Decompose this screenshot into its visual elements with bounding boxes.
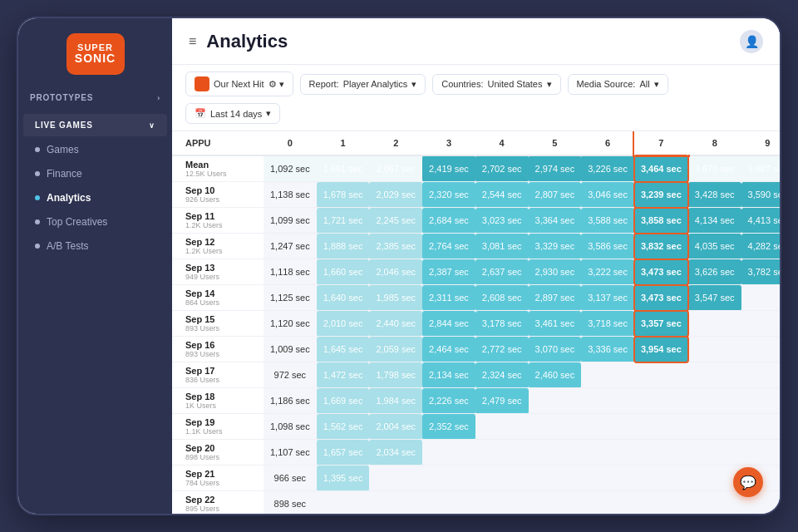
data-cell: 2,245 sec <box>369 208 422 234</box>
data-cell: 3,023 sec <box>475 208 529 234</box>
data-cell: 2,930 sec <box>529 259 582 285</box>
data-cell: 2,702 sec <box>475 155 529 182</box>
data-cell <box>634 388 688 414</box>
media-chevron: ▾ <box>654 79 659 90</box>
data-cell: 1,669 sec <box>317 388 370 414</box>
data-cell: 1,645 sec <box>317 337 370 362</box>
report-label: Report: <box>309 79 339 89</box>
fab-button[interactable]: 💬 <box>733 467 763 497</box>
table-container[interactable]: APPU 0 1 2 3 4 5 6 7 8 9 10 11 <box>172 131 780 514</box>
data-cell: 3,046 sec <box>581 182 634 208</box>
table-row: Mean12.5K Users1,092 sec1,661 sec2,067 s… <box>172 155 780 182</box>
ab-tests-label: A/B Tests <box>47 240 88 252</box>
data-cell: 2,320 sec <box>422 182 475 208</box>
data-cell: 4,035 sec <box>688 234 741 259</box>
data-cell: 2,772 sec <box>475 337 529 362</box>
top-creatives-dot <box>35 219 40 224</box>
date-chevron: ▾ <box>266 108 271 119</box>
data-cell: 1,186 sec <box>264 388 317 414</box>
data-cell: 1,009 sec <box>264 337 317 362</box>
media-value: All <box>639 79 649 89</box>
data-cell: 2,046 sec <box>369 259 422 285</box>
sidebar-item-finance[interactable]: Finance <box>23 162 167 185</box>
countries-chevron: ▾ <box>547 79 552 90</box>
data-cell <box>741 388 780 414</box>
data-cell: 2,684 sec <box>422 208 475 234</box>
logo-area: SUPER SONIC <box>18 18 172 86</box>
sidebar-item-games[interactable]: Games <box>23 138 167 161</box>
media-source-filter[interactable]: Media Source: All ▾ <box>568 74 668 95</box>
data-cell <box>475 466 529 491</box>
data-cell: 1,118 sec <box>264 259 317 285</box>
data-cell: 1,098 sec <box>264 414 317 440</box>
data-cell: 1,099 sec <box>264 208 317 234</box>
table-row: Sep 121.2K Users1,247 sec1,888 sec2,385 … <box>172 234 780 259</box>
data-cell: 3,070 sec <box>529 337 582 362</box>
data-cell: 2,764 sec <box>422 234 475 259</box>
logo-line2: SONIC <box>75 52 116 65</box>
data-cell <box>317 491 370 515</box>
data-cell: 2,637 sec <box>475 259 529 285</box>
col-header-1: 1 <box>317 131 370 155</box>
table-row: Sep 181K Users1,186 sec1,669 sec1,984 se… <box>172 388 780 414</box>
live-games-chevron: ∨ <box>149 121 155 130</box>
row-label-cell: Sep 21784 Users <box>172 466 264 491</box>
data-cell <box>422 491 475 515</box>
countries-filter[interactable]: Countries: United States ▾ <box>432 74 560 95</box>
report-filter[interactable]: Report: Player Analytics ▾ <box>300 74 426 95</box>
data-cell <box>688 388 741 414</box>
row-label-cell: Sep 13949 Users <box>172 259 264 285</box>
data-cell: 3,464 sec <box>634 155 688 182</box>
data-cell: 1,107 sec <box>264 440 317 466</box>
data-cell: 1,092 sec <box>264 155 317 182</box>
data-cell: 2,974 sec <box>529 155 582 182</box>
prototypes-header[interactable]: PROTOTYPES › <box>18 86 172 109</box>
data-cell: 3,832 sec <box>634 234 688 259</box>
data-cell: 3,626 sec <box>688 259 741 285</box>
data-cell: 972 sec <box>264 362 317 388</box>
table-row: Sep 17836 Users972 sec1,472 sec1,798 sec… <box>172 362 780 388</box>
data-cell: 3,590 sec <box>741 182 780 208</box>
data-cell <box>475 440 529 466</box>
table-row: Sep 22895 Users898 sec <box>172 491 780 515</box>
col-header-9: 9 <box>741 131 780 155</box>
data-cell: 1,660 sec <box>317 259 370 285</box>
col-header-0: 0 <box>264 131 317 155</box>
sidebar: SUPER SONIC PROTOTYPES › LIVE GAMES ∨ Ga… <box>18 18 172 514</box>
calendar-icon: 📅 <box>195 108 206 119</box>
data-cell: 2,807 sec <box>529 182 582 208</box>
date-filter[interactable]: 📅 Last 14 days ▾ <box>185 103 280 124</box>
live-games-header[interactable]: LIVE GAMES ∨ <box>23 114 167 136</box>
sidebar-item-ab-tests[interactable]: A/B Tests <box>23 234 167 258</box>
analytics-table: APPU 0 1 2 3 4 5 6 7 8 9 10 11 <box>172 131 780 514</box>
data-cell <box>369 466 422 491</box>
sidebar-item-analytics[interactable]: Analytics <box>23 186 167 209</box>
data-cell: 3,586 sec <box>581 234 634 259</box>
report-value: Player Analytics <box>343 79 408 89</box>
top-bar: ≡ Analytics 👤 <box>172 18 780 65</box>
data-cell: 2,844 sec <box>422 311 475 337</box>
data-cell <box>741 362 780 388</box>
table-row: Sep 16893 Users1,009 sec1,645 sec2,059 s… <box>172 337 780 362</box>
game-filter[interactable]: Our Next Hit ⚙ ▾ <box>185 71 293 96</box>
data-cell: 2,004 sec <box>369 414 422 440</box>
sidebar-item-top-creatives[interactable]: Top Creatives <box>23 210 167 234</box>
data-cell: 3,782 sec <box>741 259 780 285</box>
data-cell: 898 sec <box>264 491 317 515</box>
data-cell <box>475 414 529 440</box>
data-cell: 3,954 sec <box>634 337 688 362</box>
data-cell: 1,138 sec <box>264 182 317 208</box>
data-cell: 1,721 sec <box>317 208 370 234</box>
row-label-cell: Sep 20898 Users <box>172 440 264 466</box>
table-row: Sep 13949 Users1,118 sec1,660 sec2,046 s… <box>172 259 780 285</box>
hamburger-icon[interactable]: ≡ <box>189 34 196 49</box>
data-cell: 2,324 sec <box>475 362 529 388</box>
col-header-4: 4 <box>475 131 529 155</box>
data-cell: 2,134 sec <box>422 362 475 388</box>
data-cell <box>581 440 634 466</box>
data-cell <box>688 491 741 515</box>
data-cell: 4,282 sec <box>741 234 780 259</box>
game-thumbnail <box>195 76 209 91</box>
data-cell: 3,239 sec <box>634 182 688 208</box>
user-icon[interactable]: 👤 <box>740 30 763 53</box>
